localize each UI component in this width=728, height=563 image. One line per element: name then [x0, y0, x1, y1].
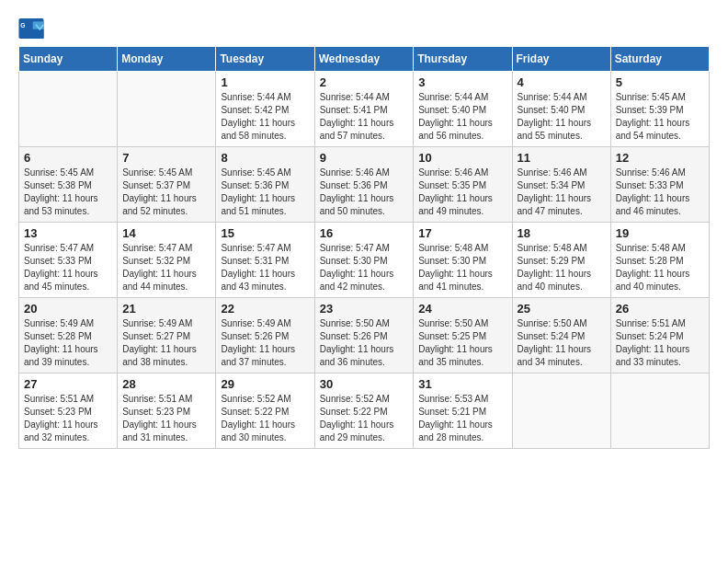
day-info: Sunrise: 5:48 AM Sunset: 5:28 PM Dayligh… [616, 242, 704, 293]
col-sunday: Sunday [19, 47, 118, 72]
day-info: Sunrise: 5:53 AM Sunset: 5:21 PM Dayligh… [418, 393, 506, 444]
svg-text:G: G [20, 22, 25, 29]
day-number: 29 [221, 377, 309, 391]
calendar-cell: 6Sunrise: 5:45 AM Sunset: 5:38 PM Daylig… [19, 147, 118, 223]
calendar-cell: 20Sunrise: 5:49 AM Sunset: 5:28 PM Dayli… [19, 298, 118, 373]
logo-icon: G [18, 18, 44, 39]
day-number: 15 [221, 226, 309, 240]
col-tuesday: Tuesday [216, 47, 314, 72]
calendar-cell: 31Sunrise: 5:53 AM Sunset: 5:21 PM Dayli… [414, 373, 512, 449]
day-info: Sunrise: 5:50 AM Sunset: 5:25 PM Dayligh… [418, 317, 506, 369]
calendar-cell: 15Sunrise: 5:47 AM Sunset: 5:31 PM Dayli… [216, 223, 314, 298]
day-info: Sunrise: 5:46 AM Sunset: 5:34 PM Dayligh… [518, 167, 606, 218]
day-info: Sunrise: 5:51 AM Sunset: 5:23 PM Dayligh… [122, 393, 210, 444]
day-info: Sunrise: 5:44 AM Sunset: 5:42 PM Dayligh… [221, 91, 309, 143]
calendar-table: Sunday Monday Tuesday Wednesday Thursday… [18, 46, 710, 449]
calendar-week-3: 13Sunrise: 5:47 AM Sunset: 5:33 PM Dayli… [19, 223, 710, 298]
day-number: 9 [320, 151, 409, 165]
calendar-cell: 30Sunrise: 5:52 AM Sunset: 5:22 PM Dayli… [314, 373, 414, 449]
calendar-cell: 14Sunrise: 5:47 AM Sunset: 5:32 PM Dayli… [118, 223, 216, 298]
calendar-week-5: 27Sunrise: 5:51 AM Sunset: 5:23 PM Dayli… [19, 373, 710, 449]
day-info: Sunrise: 5:45 AM Sunset: 5:39 PM Dayligh… [616, 91, 704, 143]
day-number: 8 [221, 151, 309, 165]
col-friday: Friday [512, 47, 610, 72]
calendar-cell: 18Sunrise: 5:48 AM Sunset: 5:29 PM Dayli… [512, 223, 610, 298]
day-info: Sunrise: 5:44 AM Sunset: 5:40 PM Dayligh… [518, 91, 606, 143]
calendar-cell [19, 72, 118, 147]
day-info: Sunrise: 5:52 AM Sunset: 5:22 PM Dayligh… [320, 393, 409, 444]
col-monday: Monday [118, 47, 216, 72]
day-number: 3 [418, 75, 506, 89]
day-info: Sunrise: 5:48 AM Sunset: 5:30 PM Dayligh… [418, 242, 506, 293]
calendar-cell: 8Sunrise: 5:45 AM Sunset: 5:36 PM Daylig… [216, 147, 314, 223]
calendar-cell [610, 373, 709, 449]
day-info: Sunrise: 5:51 AM Sunset: 5:24 PM Dayligh… [616, 317, 704, 369]
calendar-cell: 16Sunrise: 5:47 AM Sunset: 5:30 PM Dayli… [314, 223, 414, 298]
day-info: Sunrise: 5:47 AM Sunset: 5:32 PM Dayligh… [122, 242, 210, 293]
day-number: 20 [24, 302, 112, 316]
calendar-header-row: Sunday Monday Tuesday Wednesday Thursday… [19, 47, 710, 72]
col-thursday: Thursday [414, 47, 512, 72]
day-number: 25 [518, 302, 606, 316]
day-number: 5 [616, 75, 704, 89]
day-number: 28 [122, 377, 210, 391]
day-info: Sunrise: 5:49 AM Sunset: 5:26 PM Dayligh… [221, 317, 309, 369]
calendar-cell: 10Sunrise: 5:46 AM Sunset: 5:35 PM Dayli… [414, 147, 512, 223]
calendar-cell: 3Sunrise: 5:44 AM Sunset: 5:40 PM Daylig… [414, 72, 512, 147]
calendar-cell: 21Sunrise: 5:49 AM Sunset: 5:27 PM Dayli… [118, 298, 216, 373]
calendar-cell: 5Sunrise: 5:45 AM Sunset: 5:39 PM Daylig… [610, 72, 709, 147]
day-number: 19 [616, 226, 704, 240]
day-info: Sunrise: 5:49 AM Sunset: 5:28 PM Dayligh… [24, 317, 112, 369]
day-number: 4 [518, 75, 606, 89]
col-saturday: Saturday [610, 47, 709, 72]
calendar-cell: 2Sunrise: 5:44 AM Sunset: 5:41 PM Daylig… [314, 72, 414, 147]
day-info: Sunrise: 5:47 AM Sunset: 5:31 PM Dayligh… [221, 242, 309, 293]
calendar-cell: 17Sunrise: 5:48 AM Sunset: 5:30 PM Dayli… [414, 223, 512, 298]
calendar-cell: 24Sunrise: 5:50 AM Sunset: 5:25 PM Dayli… [414, 298, 512, 373]
day-number: 6 [24, 151, 112, 165]
day-number: 21 [122, 302, 210, 316]
day-number: 17 [418, 226, 506, 240]
day-info: Sunrise: 5:45 AM Sunset: 5:37 PM Dayligh… [122, 167, 210, 218]
calendar-cell: 7Sunrise: 5:45 AM Sunset: 5:37 PM Daylig… [118, 147, 216, 223]
page-container: G Sunday Monday Tuesday Wednesday Thursd… [18, 18, 710, 449]
day-number: 12 [616, 151, 704, 165]
day-info: Sunrise: 5:48 AM Sunset: 5:29 PM Dayligh… [518, 242, 606, 293]
svg-marker-2 [33, 29, 44, 39]
calendar-cell: 19Sunrise: 5:48 AM Sunset: 5:28 PM Dayli… [610, 223, 709, 298]
day-number: 10 [418, 151, 506, 165]
day-info: Sunrise: 5:46 AM Sunset: 5:33 PM Dayligh… [616, 167, 704, 218]
day-number: 1 [221, 75, 309, 89]
day-number: 14 [122, 226, 210, 240]
calendar-cell: 23Sunrise: 5:50 AM Sunset: 5:26 PM Dayli… [314, 298, 414, 373]
day-number: 16 [320, 226, 409, 240]
day-info: Sunrise: 5:46 AM Sunset: 5:36 PM Dayligh… [320, 167, 409, 218]
day-number: 18 [518, 226, 606, 240]
day-info: Sunrise: 5:50 AM Sunset: 5:26 PM Dayligh… [320, 317, 409, 369]
day-info: Sunrise: 5:46 AM Sunset: 5:35 PM Dayligh… [418, 167, 506, 218]
calendar-cell [512, 373, 610, 449]
calendar-week-1: 1Sunrise: 5:44 AM Sunset: 5:42 PM Daylig… [19, 72, 710, 147]
calendar-cell: 9Sunrise: 5:46 AM Sunset: 5:36 PM Daylig… [314, 147, 414, 223]
day-info: Sunrise: 5:44 AM Sunset: 5:40 PM Dayligh… [418, 91, 506, 143]
day-info: Sunrise: 5:52 AM Sunset: 5:22 PM Dayligh… [221, 393, 309, 444]
calendar-week-4: 20Sunrise: 5:49 AM Sunset: 5:28 PM Dayli… [19, 298, 710, 373]
header: G [18, 18, 710, 39]
calendar-cell: 27Sunrise: 5:51 AM Sunset: 5:23 PM Dayli… [19, 373, 118, 449]
day-number: 30 [320, 377, 409, 391]
day-info: Sunrise: 5:44 AM Sunset: 5:41 PM Dayligh… [320, 91, 409, 143]
calendar-cell: 13Sunrise: 5:47 AM Sunset: 5:33 PM Dayli… [19, 223, 118, 298]
day-number: 26 [616, 302, 704, 316]
calendar-cell: 28Sunrise: 5:51 AM Sunset: 5:23 PM Dayli… [118, 373, 216, 449]
calendar-cell: 25Sunrise: 5:50 AM Sunset: 5:24 PM Dayli… [512, 298, 610, 373]
day-number: 31 [418, 377, 506, 391]
calendar-cell [118, 72, 216, 147]
calendar-cell: 4Sunrise: 5:44 AM Sunset: 5:40 PM Daylig… [512, 72, 610, 147]
day-number: 13 [24, 226, 112, 240]
day-info: Sunrise: 5:51 AM Sunset: 5:23 PM Dayligh… [24, 393, 112, 444]
logo: G [18, 18, 48, 39]
day-info: Sunrise: 5:49 AM Sunset: 5:27 PM Dayligh… [122, 317, 210, 369]
day-number: 24 [418, 302, 506, 316]
calendar-cell: 29Sunrise: 5:52 AM Sunset: 5:22 PM Dayli… [216, 373, 314, 449]
day-info: Sunrise: 5:50 AM Sunset: 5:24 PM Dayligh… [518, 317, 606, 369]
